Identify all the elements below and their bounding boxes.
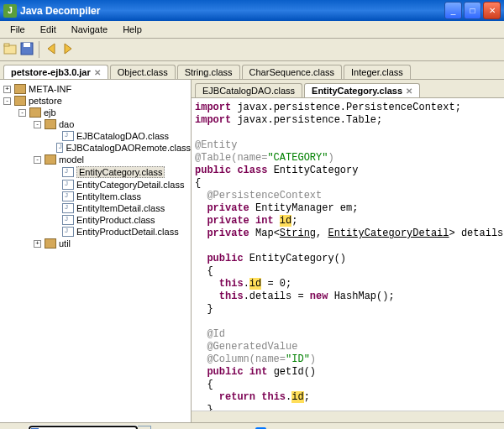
code-line: this.id = 0; [195, 278, 501, 290]
code-line: { [195, 177, 501, 190]
code-line: private EntityManager em; [195, 202, 501, 215]
main-tab[interactable]: String.class [177, 65, 240, 79]
main-tab[interactable]: Integer.class [344, 65, 411, 79]
app-icon [3, 4, 17, 18]
tree-node[interactable]: +META-INF [0, 83, 191, 95]
tree-node-label: EntityProduct.class [76, 215, 155, 225]
save-icon[interactable] [20, 42, 34, 57]
class-file-icon [62, 131, 74, 141]
main-tab[interactable]: CharSequence.class [242, 65, 343, 79]
package-icon [45, 238, 56, 249]
collapse-icon[interactable]: - [3, 97, 11, 105]
workspace: +META-INF-petstore-ejb-daoEJBCatalogDAO.… [0, 80, 504, 422]
code-line: { [195, 265, 501, 278]
package-icon [14, 96, 26, 106]
window-title: Java Decompiler [20, 5, 443, 17]
code-line: } [195, 404, 501, 411]
menu-edit[interactable]: Edit [34, 23, 63, 36]
close-button[interactable]: ✕ [483, 2, 501, 19]
code-line: @Id [195, 328, 501, 341]
class-file-icon [62, 215, 74, 225]
tab-label: String.class [185, 67, 233, 77]
editor-panel: EJBCatalogDAO.classEntityCategory.class✕… [192, 80, 504, 422]
tree-node[interactable]: -ejb [0, 107, 191, 118]
class-file-icon [62, 203, 74, 213]
code-line: @Column(name="ID") [195, 353, 501, 366]
code-line [195, 316, 501, 328]
tree-node-label: META-INF [29, 84, 71, 94]
tab-label: EJBCatalogDAO.class [202, 86, 295, 96]
class-file-icon [62, 191, 74, 201]
editor-tab[interactable]: EntityCategory.class✕ [304, 83, 420, 97]
main-tab[interactable]: Object.class [110, 65, 176, 79]
tree-node[interactable]: EntityItem.class [0, 191, 191, 202]
code-line: @Entity [195, 139, 501, 152]
tree-node[interactable]: +util [0, 238, 191, 249]
tab-label: Integer.class [351, 67, 403, 77]
menu-navigate[interactable]: Navigate [65, 23, 114, 36]
tree-node-label: dao [59, 119, 74, 129]
tree-node-label: petstore [29, 96, 62, 106]
tree-node[interactable]: -dao [0, 118, 191, 130]
tree-node-label: EJBCatalogDAORemote.class [66, 143, 191, 153]
collapse-icon[interactable]: - [34, 121, 41, 128]
tree-node[interactable]: -model [0, 154, 191, 165]
tree-node-label: EntityItemDetail.class [76, 203, 165, 213]
tree-node[interactable]: EntityItemDetail.class [0, 202, 191, 214]
expand-icon[interactable]: + [34, 240, 41, 248]
expand-icon[interactable]: + [3, 86, 11, 93]
tree-node[interactable]: EntityCategoryDetail.class [0, 179, 191, 191]
code-line [195, 240, 501, 253]
toolbar-separator [39, 41, 39, 58]
find-bar: Find: ▼ Next Previous Case sensitive [0, 422, 504, 429]
source-viewer[interactable]: import javax.persistence.PersistenceCont… [192, 98, 504, 411]
tree-node[interactable]: EJBCatalogDAO.class [0, 130, 191, 142]
code-line: { [195, 379, 501, 391]
collapse-icon[interactable]: - [18, 109, 26, 117]
code-line: public int getId() [195, 366, 501, 379]
find-input[interactable] [29, 426, 138, 430]
code-line: @PersistenceContext [195, 190, 501, 202]
window-titlebar: Java Decompiler _ □ ✕ [0, 0, 504, 21]
code-line: private Map<String, EntityCategoryDetail… [195, 228, 501, 240]
minimize-button[interactable]: _ [444, 2, 462, 19]
open-icon[interactable] [3, 42, 17, 57]
collapse-icon[interactable]: - [34, 156, 41, 164]
main-tab-bar: petstore-ejb3.0.jar✕Object.classString.c… [0, 61, 504, 80]
find-dropdown-icon[interactable]: ▼ [138, 426, 151, 430]
svg-rect-3 [24, 43, 30, 47]
tree-node[interactable]: EntityCategory.class [0, 165, 191, 179]
code-line: @Table(name="CATEGORY") [195, 152, 501, 165]
tree-node[interactable]: EntityProductDetail.class [0, 226, 191, 238]
tree-node-label: ejb [44, 107, 56, 118]
tree-node-label: EJBCatalogDAO.class [76, 131, 169, 141]
close-icon[interactable]: ✕ [406, 86, 412, 96]
editor-tab[interactable]: EJBCatalogDAO.class [195, 83, 302, 97]
horizontal-scrollbar[interactable] [192, 411, 504, 422]
back-icon[interactable] [45, 42, 58, 57]
close-icon[interactable]: ✕ [94, 68, 101, 77]
tree-node[interactable]: EntityProduct.class [0, 214, 191, 226]
code-line: import javax.persistence.PersistenceCont… [195, 102, 501, 114]
tree-node[interactable]: -petstore [0, 95, 191, 107]
tab-label: EntityCategory.class [312, 86, 402, 96]
package-icon [45, 154, 56, 165]
tree-node-label: EntityProductDetail.class [76, 227, 179, 237]
toolbar [0, 39, 504, 61]
forward-icon[interactable] [61, 42, 75, 57]
tree-node-label: EntityCategoryDetail.class [76, 180, 184, 190]
class-file-icon [62, 180, 74, 190]
class-file-icon [56, 143, 64, 153]
menu-help[interactable]: Help [116, 23, 149, 36]
tab-label: petstore-ejb3.0.jar [11, 67, 91, 77]
maximize-button[interactable]: □ [464, 2, 481, 19]
tree-node-label: EntityCategory.class [76, 166, 165, 178]
main-tab[interactable]: petstore-ejb3.0.jar✕ [3, 65, 108, 79]
tab-label: Object.class [118, 67, 168, 77]
tree-node[interactable]: EJBCatalogDAORemote.class [0, 142, 191, 154]
code-line: this.details = new HashMap(); [195, 290, 501, 303]
code-line: import javax.persistence.Table; [195, 114, 501, 127]
menu-file[interactable]: File [3, 23, 32, 36]
package-tree[interactable]: +META-INF-petstore-ejb-daoEJBCatalogDAO.… [0, 80, 192, 422]
package-icon [29, 107, 41, 118]
